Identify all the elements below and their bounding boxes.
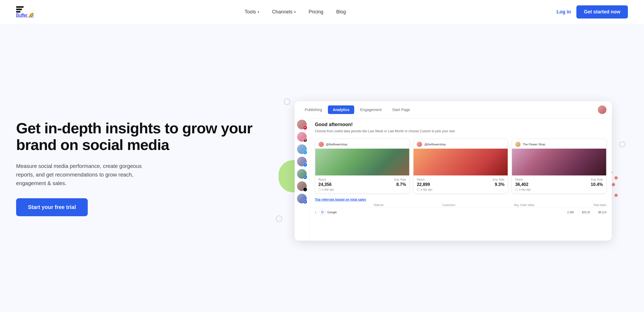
hero-title: Get in-depth insights to grow your brand… — [16, 120, 262, 153]
sidebar-account-instagram[interactable]: 📸 — [297, 132, 307, 142]
logo-text: Buffer — [16, 13, 27, 17]
referrals-link[interactable]: total sales — [350, 198, 366, 201]
sidebar-account-twitter[interactable]: t — [297, 144, 307, 154]
card-image-2 — [414, 149, 508, 175]
ref-avg-order: $29.32 — [582, 211, 590, 214]
pinterest-badge: P — [303, 126, 307, 130]
card-time-1: a day ago — [319, 188, 406, 191]
reach-label-3: Reach — [515, 178, 523, 181]
tiktok-badge: ♪ — [303, 187, 307, 192]
nav-tools[interactable]: Tools ▾ — [245, 9, 259, 15]
sidebar-account-facebook[interactable]: f — [297, 157, 307, 166]
card-avatar-3 — [515, 142, 521, 147]
nav-actions: Log in Get started now — [557, 5, 628, 19]
eng-label-3: Eng. Rate — [591, 178, 603, 181]
main-nav: Buffer 🌈 Tools ▾ Channels ▾ Pricing Blog… — [0, 0, 644, 24]
card-header-3: The Flower Shop — [512, 139, 606, 149]
logo[interactable]: Buffer 🌈 — [16, 6, 34, 18]
card-image-1 — [315, 149, 409, 175]
nav-blog[interactable]: Blog — [336, 9, 346, 15]
tab-analytics[interactable]: Analytics — [328, 105, 354, 114]
reach-value-2: 22,899 — [417, 182, 430, 187]
dashboard-tabs: Publishing Analytics Engagement Start Pa… — [295, 101, 612, 119]
trial-button[interactable]: Start your free trial — [16, 198, 88, 216]
hero-section: Get in-depth insights to grow your brand… — [0, 24, 644, 312]
clock-icon — [417, 188, 419, 191]
reach-label-2: Reach — [417, 178, 425, 181]
ref-number: 1 — [315, 211, 318, 214]
card-stats-1: Reach Eng. Rate 24,356 8.7% a day ago — [315, 175, 409, 193]
card-stats-3: Reach Eng. Rate 36,402 10.4% a day ago — [512, 175, 606, 193]
deco-circle — [284, 98, 290, 105]
card-avatar-1 — [319, 142, 324, 147]
referrals-table-header: Referral Customers Avg. Order Value Tota… — [315, 204, 606, 208]
analytics-card-2: @theflowershop Reach Eng. Rate 22,899 9.… — [413, 139, 508, 193]
reach-value-1: 24,356 — [319, 182, 332, 187]
get-started-button[interactable]: Get started now — [576, 5, 628, 19]
tab-engagement[interactable]: Engagement — [355, 105, 386, 114]
card-username-3: The Flower Shop — [523, 143, 545, 146]
analytics-card-3: The Flower Shop Reach Eng. Rate 36,402 1… — [512, 139, 606, 193]
card-time-3: a day ago — [515, 188, 603, 191]
sidebar-account-buffer[interactable]: b — [297, 194, 307, 203]
chevron-down-icon: ▾ — [294, 10, 296, 14]
tab-start-page[interactable]: Start Page — [387, 105, 415, 114]
ref-total-sales: $8,214 — [598, 211, 606, 214]
hero-left: Get in-depth insights to grow your brand… — [16, 120, 273, 216]
dashboard-content: Good afternoon! Choose from useful data … — [310, 116, 612, 241]
eng-value-3: 10.4% — [591, 182, 603, 187]
eng-label-1: Eng. Rate — [394, 178, 406, 181]
card-header-2: @theflowershop — [414, 139, 508, 149]
nav-links: Tools ▾ Channels ▾ Pricing Blog — [245, 9, 346, 15]
nav-pricing[interactable]: Pricing — [309, 9, 323, 15]
twitter-badge: t — [303, 150, 307, 155]
clock-icon — [515, 188, 518, 191]
card-stats-2: Reach Eng. Rate 22,899 9.3% a day ago — [414, 175, 508, 193]
deco-circle — [276, 215, 282, 222]
dashboard-subtitle: Choose from useful data periods like Las… — [315, 129, 606, 134]
card-avatar-2 — [417, 142, 422, 147]
referrals-title: Top referrals based on total sales — [315, 198, 606, 201]
eng-value-1: 8.7% — [396, 182, 406, 187]
hero-description: Measure social media performance, create… — [16, 162, 150, 188]
dashboard-greeting: Good afternoon! — [315, 122, 606, 127]
sidebar-account-tiktok[interactable]: ♪ — [297, 181, 307, 191]
instagram-badge: 📸 — [303, 138, 307, 142]
login-button[interactable]: Log in — [557, 9, 571, 15]
google-icon: G — [320, 210, 325, 215]
social-accounts-sidebar: P 📸 t f in — [295, 116, 310, 241]
analytics-cards: @theflowershop Reach Eng. Rate 24,356 8.… — [315, 139, 606, 193]
nav-channels[interactable]: Channels ▾ — [272, 9, 296, 15]
user-avatar — [598, 105, 606, 114]
logo-emoji: 🌈 — [29, 13, 34, 17]
deco-circle — [619, 141, 625, 147]
card-time-2: a day ago — [417, 188, 504, 191]
eng-value-2: 9.3% — [495, 182, 504, 187]
clock-icon — [319, 188, 321, 191]
analytics-card-1: @theflowershop Reach Eng. Rate 24,356 8.… — [315, 139, 410, 193]
reach-label-1: Reach — [319, 178, 326, 181]
reach-value-3: 36,402 — [515, 182, 528, 187]
chevron-down-icon: ▾ — [258, 10, 259, 14]
buffer-icon — [16, 6, 34, 13]
sidebar-account-pinterest[interactable]: P — [297, 120, 307, 129]
card-image-3 — [512, 149, 606, 175]
buffer-badge: b — [303, 200, 307, 204]
card-username-1: @theflowershop — [326, 143, 347, 146]
ref-values: 2,385 $29.32 $8,214 — [567, 211, 606, 214]
referrals-section: Top referrals based on total sales Refer… — [315, 198, 606, 216]
referral-row-1: 1 G Google 2,385 $29.32 $8,214 — [315, 208, 606, 216]
eng-label-2: Eng. Rate — [493, 178, 504, 181]
dashboard-panel: Publishing Analytics Engagement Start Pa… — [295, 101, 612, 241]
card-header-1: @theflowershop — [315, 139, 409, 149]
linkedin-badge: in — [303, 175, 307, 179]
facebook-badge: f — [303, 163, 307, 167]
sidebar-account-linkedin[interactable]: in — [297, 169, 307, 179]
tab-publishing[interactable]: Publishing — [300, 105, 327, 114]
card-username-2: @theflowershop — [424, 143, 446, 146]
ref-name: Google — [327, 211, 337, 214]
hero-right: Publishing Analytics Engagement Start Pa… — [273, 93, 628, 243]
ref-customers: 2,385 — [567, 211, 574, 214]
